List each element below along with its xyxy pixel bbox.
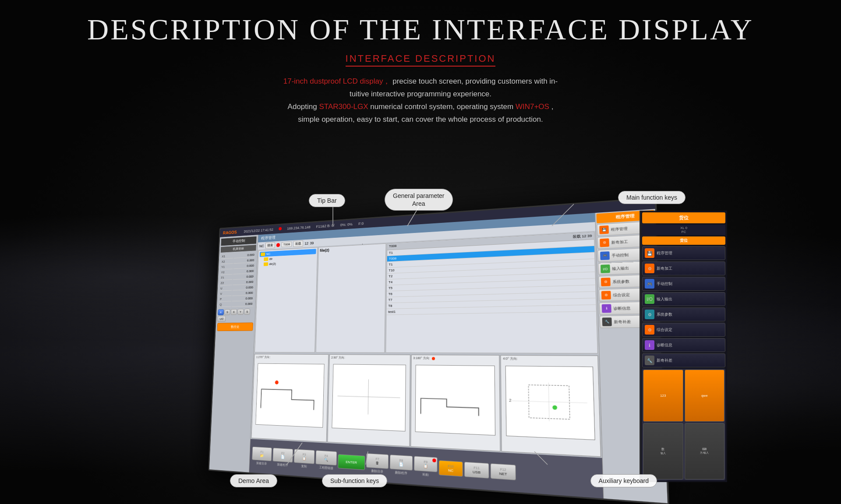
- aux-key-qwe[interactable]: qwe: [685, 370, 725, 422]
- fn-key-icon: 📄: [399, 462, 403, 466]
- svg-text:2: 2: [509, 398, 512, 403]
- callout-tip-bar: Tip Bar: [309, 194, 345, 207]
- right-btn-label-8: 新奇补差: [614, 319, 631, 324]
- fn-key-f10[interactable]: F10 NC: [439, 460, 463, 477]
- toolbar-red-dot: [276, 243, 280, 247]
- far-right-btn-label-2: 新奇加工: [657, 266, 672, 271]
- callout-main-func: Main function keys: [618, 191, 686, 204]
- tool-header-right: 装载 12 39: [572, 233, 592, 240]
- btn-s2[interactable]: S: [244, 309, 250, 315]
- toolbar-nc: NC: [259, 244, 264, 248]
- far-right-btn-2[interactable]: ⚙ 新奇加工: [642, 261, 725, 275]
- toolbar-t[interactable]: T008: [281, 242, 292, 247]
- fn-key-num: F7: [376, 457, 379, 461]
- right-btn-icon-6: ⚙: [601, 291, 611, 300]
- coord-value: 0.000: [233, 258, 255, 264]
- fn-key-label: 新建程序: [277, 462, 288, 467]
- axis-label: V: [219, 291, 232, 296]
- view-90: 2:90° 方向:: [327, 354, 410, 447]
- axis-label: X1: [221, 254, 233, 259]
- fn-key-f12[interactable]: F12 NET: [491, 463, 516, 480]
- desc-text-5: ,: [551, 102, 554, 111]
- far-right-btn-7[interactable]: ℹ 诊断信息: [642, 338, 725, 352]
- right-btn-icon-7: ℹ: [602, 304, 611, 313]
- far-right-btn-label-3: 手动控制: [657, 281, 672, 287]
- fn-key-f8[interactable]: F8 📄: [390, 455, 413, 471]
- btn-x[interactable]: X: [231, 309, 237, 315]
- file-list-header: file(2): [320, 245, 384, 253]
- sub-title: INTERFACE DESCRIPTION: [346, 53, 496, 67]
- right-btn-label-5: 系统参数: [612, 278, 629, 284]
- coord-row: V0.000: [219, 291, 254, 296]
- coord-value: 0.000: [232, 291, 254, 296]
- far-right-btn-icon-5: ⚙: [645, 310, 654, 319]
- fn-key-f4[interactable]: F4 🔍: [315, 450, 337, 465]
- coord-value: 0.000: [232, 285, 254, 290]
- fn-key-f9[interactable]: F9 📋: [414, 456, 438, 472]
- callout-aux-keyboard: Auxiliary keyboard: [590, 474, 657, 487]
- svg-line-10: [512, 401, 588, 403]
- tool-header-left: T008: [389, 244, 396, 249]
- fn-key-f7[interactable]: F7 🗑: [366, 453, 389, 469]
- btn-a[interactable]: A: [218, 309, 224, 315]
- fn-key-f2[interactable]: F2 📄: [272, 448, 293, 463]
- far-right-btn-icon-2: ⚙: [645, 264, 654, 273]
- fn-key-icon: 📄: [281, 455, 285, 459]
- aux-key-shu[interactable]: 数输入: [643, 423, 683, 479]
- toolbar-search[interactable]: 搜索: [265, 242, 275, 249]
- fn-key-num: F1: [260, 450, 263, 453]
- folder-icon: [264, 257, 268, 261]
- btn-u2[interactable]: U/2: [218, 316, 226, 322]
- far-right-btn-8[interactable]: 🔧 新奇补差: [642, 353, 725, 367]
- far-right-btn-4[interactable]: I/O 输入输出: [642, 292, 725, 306]
- fn-key-label: 复制: [301, 464, 307, 469]
- right-btn-label-4: 输入输出: [612, 265, 629, 271]
- red-dot-fn9: [432, 458, 436, 462]
- axis-label: Z2: [220, 281, 232, 286]
- screen-body: 手动控制 机床坐标 X10.000 X20.000 Y10.000 Y20.00…: [209, 209, 668, 503]
- fn-key-f3[interactable]: F3 📋: [294, 449, 315, 464]
- coord-table: X10.000 X20.000 Y10.000 Y20.000 Z10.000 …: [218, 252, 256, 308]
- right-btn-icon-5: ⚙: [601, 278, 611, 286]
- fn-key-f1[interactable]: F1 📁: [252, 447, 272, 462]
- description-block: 17-inch dustproof LCD display， precise t…: [0, 75, 841, 126]
- far-right-btn-6[interactable]: ⚙ 综合设定: [642, 323, 725, 337]
- tree-item-dir2-label: dir(2): [269, 262, 276, 266]
- btn-bottom[interactable]: 数控走: [217, 322, 253, 331]
- fn-key-icon: 🔍: [324, 458, 328, 462]
- left-panel-title: 手动控制: [221, 236, 256, 246]
- page-header: DESCRIPTION OF THE INTERFACE DISPLAY INT…: [0, 0, 841, 67]
- svg-line-7: [337, 396, 400, 398]
- fn-key-num: F2: [281, 451, 284, 455]
- right-btn-label-7: 诊断信息: [613, 305, 630, 311]
- status-file: F11&2 B: 0/: [316, 223, 335, 229]
- status-ip: 169.234.76.148: [287, 225, 311, 231]
- aux-key-123[interactable]: 123: [643, 370, 683, 422]
- far-right-btn-icon-8: 🔧: [645, 356, 654, 365]
- left-panel-subtitle: 机床坐标: [221, 245, 256, 253]
- coord-value: 0.000: [233, 264, 255, 269]
- fn-key-f11[interactable]: F11 USB: [464, 462, 489, 479]
- toolbar-load[interactable]: 装载: [293, 240, 304, 247]
- view-0-diagram: 2: [503, 363, 598, 443]
- fn-key-num: F10: [448, 464, 454, 468]
- coord-row: P0.000: [219, 296, 253, 302]
- aux-key-fang[interactable]: ⌨方/输入: [685, 423, 725, 479]
- btn-s[interactable]: S: [224, 309, 230, 315]
- coord-row: Z10.000: [220, 274, 254, 280]
- far-right-btn-3[interactable]: 🎮 手动控制: [642, 277, 725, 291]
- callout-demo-area: Demo Area: [230, 474, 277, 487]
- fn-key-enter[interactable]: ENTER: [338, 454, 365, 470]
- left-buttons: A S X Y S U/2: [218, 309, 254, 322]
- fn-key-icon: NC: [448, 468, 453, 472]
- fn-key-group-f4: F4 🔍 工程图链接: [315, 450, 337, 471]
- fn-key-group-f9: F9 📋 粘贴: [414, 456, 438, 478]
- right-btn-label-3: 手动控制: [611, 252, 629, 258]
- far-right-top2: 货位: [642, 236, 725, 245]
- far-right-btn-label-8: 新奇补差: [657, 358, 672, 363]
- file-list-pane: file(2): [316, 243, 386, 353]
- btn-y[interactable]: Y: [237, 309, 244, 315]
- far-right-btn-1[interactable]: 💾 程序管理: [642, 246, 725, 260]
- far-right-btn-label-7: 诊断信息: [657, 342, 672, 348]
- far-right-btn-5[interactable]: ⚙ 系统参数: [642, 307, 725, 321]
